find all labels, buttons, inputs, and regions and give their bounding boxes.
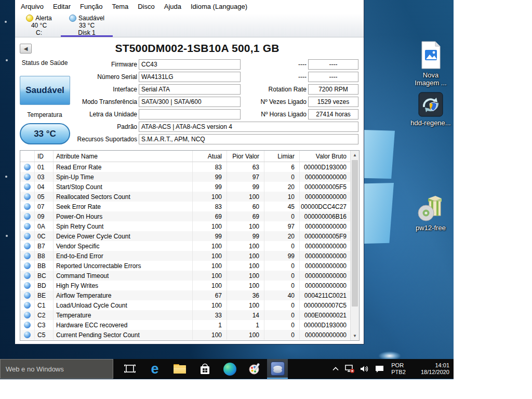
installer-package-icon [408,193,453,222]
attr-id: B7 [35,241,54,251]
attr-id: C2 [35,310,54,320]
attr-threshold: 20 [264,231,300,241]
disk-tab-c-[interactable]: Alerta40 °CC: [18,14,60,37]
smart-attribute-row[interactable]: 0CDevice Power Cycle Count99992000000000… [20,231,350,241]
edge-legacy-button[interactable]: e [142,359,167,379]
health-orb-icon [24,322,31,328]
speaker-icon [360,365,369,373]
network-status-button[interactable] [342,364,357,374]
smart-attribute-row[interactable]: BEAirflow Temperature6736400004211C0021 [20,290,350,300]
crystaldiskinfo-taskbar-button[interactable] [267,359,288,379]
health-orb-icon [24,174,31,180]
health-orb-icon [24,292,31,299]
attr-name: Start/Stop Count [54,182,193,192]
smart-attribute-row[interactable]: 05Reallocated Sectors Count1001001000000… [20,192,350,202]
smart-attribute-row[interactable]: C1Load/Unload Cycle Count100100000000000… [20,300,350,310]
menu-item-fun-o[interactable]: Função [75,0,107,14]
language-indicator[interactable]: POR PTB2 [387,362,410,376]
cut-off-icon-dot [6,59,8,61]
attr-id: 03 [35,172,54,182]
smart-attribute-row[interactable]: BBReported Uncorrectable Errors100100000… [20,261,350,271]
menu-item-disco[interactable]: Disco [133,0,159,14]
smart-attribute-row[interactable]: 04Start/Stop Count9999200000000005F5 [20,182,350,192]
field-value--[interactable]: ---- [308,59,358,70]
field-label: Padrão [46,122,137,132]
task-view-button[interactable] [117,359,142,379]
attr-id: BE [35,290,54,300]
menu-item-arquivo[interactable]: Arquivo [16,0,48,14]
attr-current: 1 [193,320,227,330]
edge-button[interactable] [217,359,242,379]
scroll-down-icon[interactable]: ▼ [351,331,359,340]
status-orb-cell [20,211,35,221]
table-scrollbar[interactable]: ▲ ▼ [350,151,359,340]
field-value--[interactable]: ---- [308,72,358,82]
desktop-icon-hdd-regene-[interactable]: hdd-regene... [408,88,453,127]
status-orb-cell [20,300,35,310]
attr-worst: 100 [227,281,264,290]
smart-attribute-row[interactable]: C2Temperature33140000E00000021 [20,310,350,320]
menu-item-editar[interactable]: Editar [48,0,75,14]
health-circle-icon [69,15,76,22]
attr-threshold: 0 [264,172,300,182]
attr-name: Vendor Specific [54,241,193,251]
smart-attribute-row[interactable]: B7Vendor Specific1001000000000000000 [20,241,350,251]
field-value-n-vezes-ligado[interactable]: 1529 vezes [308,97,358,107]
back-button[interactable]: ◀ [20,44,32,54]
disk-tab-disk-1[interactable]: Saudável33 °CDisk 1 [60,14,114,37]
smart-attribute-row[interactable]: 01Read Error Rate8363600000D193000 [20,162,350,172]
smart-table-header-row: IDAttribute NameAtualPior ValorLimiarVal… [20,151,350,162]
smart-attribute-row[interactable]: BCCommand Timeout1001000000000000000 [20,271,350,281]
field-value-n-horas-ligado[interactable]: 27414 horas [308,109,358,119]
volume-button[interactable] [357,365,371,373]
taskbar-search-box[interactable]: Web e no Windows [0,359,113,379]
scroll-up-icon[interactable]: ▲ [351,151,359,159]
header-cell: ID [35,151,54,162]
attr-worst: 69 [227,211,264,221]
smart-attribute-row[interactable]: BDHigh Fly Writes1001000000000000000 [20,281,350,290]
smart-attribute-row[interactable]: B8End-to-End Error10010099000000000000 [20,251,350,261]
tray-chevron-button[interactable] [329,366,342,371]
field-label: Recursos Suportados [46,134,137,144]
paint3d-button[interactable] [242,359,267,379]
smart-attribute-row[interactable]: 07Seek Error Rate83604500000DCC4C27 [20,202,350,211]
attr-threshold: 0 [264,241,300,251]
attr-current: 100 [193,221,227,231]
attr-id: 01 [35,162,54,172]
attr-worst: 100 [227,192,264,202]
menu-item-idioma-language-[interactable]: Idioma (Language) [186,0,252,14]
desktop-icon-nova-imagem-[interactable]: NovaImagem ... [408,41,453,87]
field-value-padr-o[interactable]: ATA8-ACS | ATA8-ACS version 4 [139,122,358,132]
action-center-button[interactable] [371,365,387,374]
attr-current: 83 [193,162,227,172]
attr-worst: 100 [227,300,264,310]
health-orb-icon [24,213,31,220]
attr-id: 0C [35,231,54,241]
attr-id: 04 [35,182,54,192]
desktop-icon-pw12-free[interactable]: pw12-free [408,193,453,232]
attr-name: End-to-End Error [54,251,193,261]
header-cell [20,151,35,162]
smart-attribute-row[interactable]: 03Spin-Up Time99970000000000000 [20,172,350,182]
attr-name: Read Error Rate [54,162,193,172]
attr-name: Airflow Temperature [54,290,193,300]
attr-raw-value: 0000000005F9 [300,231,350,241]
clock[interactable]: 14:01 18/12/2020 [410,362,449,376]
menu-item-ajuda[interactable]: Ajuda [159,0,186,14]
scrollbar-thumb[interactable] [352,160,358,307]
smart-attribute-row[interactable]: C3Hardware ECC recovered11000000D193000 [20,320,350,330]
attr-worst: 36 [227,290,264,300]
field-value-rotation-rate[interactable]: 7200 RPM [308,84,358,95]
file-explorer-button[interactable] [167,359,192,379]
smart-attribute-row[interactable]: 0ASpin Retry Count10010097000000000000 [20,221,350,231]
attr-id: 05 [35,192,54,202]
attr-raw-value: 000000000000 [300,251,350,261]
field-value-recursos-suportados[interactable]: S.M.A.R.T., APM, NCQ [139,134,358,144]
cut-off-icon-dot [5,176,7,178]
smart-attribute-row[interactable]: 09Power-On Hours69690000000006B16 [20,211,350,221]
attr-worst: 60 [227,202,264,211]
smart-attribute-row[interactable]: C5Current Pending Sector Count1001000000… [20,330,350,340]
status-orb-cell [20,330,35,340]
microsoft-store-button[interactable] [192,359,217,379]
menu-item-tema[interactable]: Tema [107,0,133,14]
